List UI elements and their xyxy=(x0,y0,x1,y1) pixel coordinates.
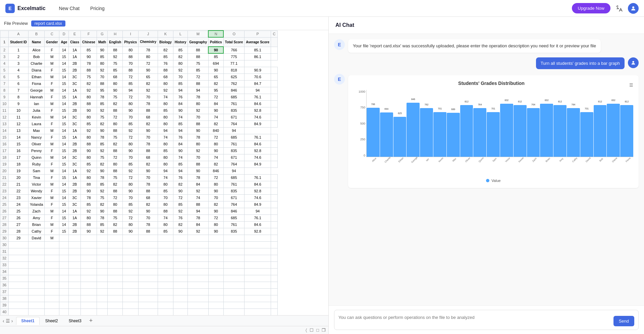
col-header-O: O xyxy=(223,31,245,37)
header-right: Upgrade Now xyxy=(572,3,639,14)
file-preview-label: File Preview xyxy=(4,21,28,26)
chart-bar: 701 xyxy=(487,112,500,157)
chart-bar: 812 xyxy=(594,105,607,157)
upgrade-button[interactable]: Upgrade Now xyxy=(572,3,611,13)
nav-new-chat[interactable]: New Chat xyxy=(56,4,82,12)
app-header: E Excelmatic New Chat Pricing Upgrade No… xyxy=(0,0,644,17)
col-header-E: E xyxy=(69,31,81,37)
user-avatar-small xyxy=(628,57,639,68)
chart-bar: 625 xyxy=(393,117,407,157)
ai-input[interactable] xyxy=(338,315,611,325)
ai-message-2: E Students' Grades Distribution ☰ 1000 xyxy=(334,74,639,188)
col-header-G: G xyxy=(97,31,107,37)
chart-bar: 764 xyxy=(473,108,486,157)
col-header-B: B xyxy=(29,31,45,37)
y-label-0: 0 xyxy=(354,154,365,157)
y-label-500: 500 xyxy=(354,122,365,125)
chart-bar: 694 xyxy=(380,112,393,157)
logo-icon: E xyxy=(5,4,15,13)
chart-bars-area: 7666946258467627016898127647018328127648… xyxy=(366,90,633,157)
chart-bar: 762 xyxy=(420,108,433,157)
legend-dot xyxy=(486,179,489,182)
chart-bar: 812 xyxy=(460,105,473,157)
col-header-F: F xyxy=(80,31,97,37)
chart-bar: 832 xyxy=(540,104,553,157)
col-header-C: C xyxy=(45,31,59,37)
svg-point-1 xyxy=(632,61,634,62)
status-icon-3[interactable]: □ xyxy=(316,328,319,333)
chart-bar: 764 xyxy=(567,108,580,157)
sheet-menu-icon[interactable]: ☰ xyxy=(6,318,10,324)
sheet-tab-3[interactable]: Sheet3 xyxy=(64,317,87,325)
sheet-tab-icons: ‹ ☰ › xyxy=(3,318,13,324)
translate-icon[interactable] xyxy=(614,4,624,13)
chart-wrapper: Students' Grades Distribution ☰ 1000 750… xyxy=(348,74,639,188)
next-sheet-icon[interactable]: › xyxy=(11,318,13,324)
chart-bar: 766 xyxy=(367,108,380,157)
chart-bar: 764 xyxy=(527,108,540,157)
col-header-K: K xyxy=(158,31,173,37)
status-icon-1[interactable]: 〈 xyxy=(306,328,307,333)
col-header-I: I xyxy=(123,31,139,37)
logo-text: Excelmatic xyxy=(17,5,46,11)
sheet-tab-1[interactable]: Sheet1 xyxy=(16,317,39,325)
ai-bubble-1: Your file 'report card.xlsx' was success… xyxy=(348,39,601,53)
ai-input-area: Send xyxy=(329,305,644,334)
legend-label: Value xyxy=(491,179,500,183)
chart-x-labels: AliceCharlieEthanGeorgeIanKevinMaxOliver… xyxy=(366,157,633,169)
chart-bar: 812 xyxy=(620,105,633,157)
ai-input-wrapper: Send xyxy=(334,310,639,330)
svg-point-0 xyxy=(632,6,634,8)
y-label-250: 250 xyxy=(354,138,365,141)
status-icon-2[interactable]: ☐ xyxy=(310,328,314,333)
col-header-A: A xyxy=(9,31,29,37)
file-bar: File Preview report card.xlsx xyxy=(0,17,328,30)
send-button[interactable]: Send xyxy=(613,316,634,326)
status-bar: 〈 ☐ □ ❐ xyxy=(0,326,328,334)
spreadsheet-scroll[interactable]: A B C D E F G H I J K L M xyxy=(0,30,328,315)
chart-container: Students' Grades Distribution ☰ 1000 750… xyxy=(348,75,639,188)
ai-panel: AI Chat E Your file 'report card.xlsx' w… xyxy=(329,17,644,334)
main-layout: File Preview report card.xlsx A B C D E xyxy=(0,17,644,334)
sheet-tabs: ‹ ☰ › Sheet1 Sheet2 Sheet3 + xyxy=(0,315,328,326)
chart-bar: 701 xyxy=(433,112,446,157)
spreadsheet-container: A B C D E F G H I J K L M xyxy=(0,30,328,315)
ai-avatar-2: E xyxy=(334,74,345,85)
col-header-P: P xyxy=(245,31,271,37)
ai-chat-header: AI Chat xyxy=(329,17,644,34)
chart-bar: 846 xyxy=(407,103,420,157)
status-icon-4[interactable]: ❐ xyxy=(322,328,326,333)
chart-menu-icon[interactable]: ☰ xyxy=(629,83,633,88)
ai-avatar-letter-2: E xyxy=(338,77,341,82)
col-header-H: H xyxy=(108,31,123,37)
status-icons: 〈 ☐ □ ❐ xyxy=(306,328,326,333)
chart-bar: 812 xyxy=(514,105,527,157)
app-logo[interactable]: E Excelmatic xyxy=(5,4,46,13)
col-header-C2: C xyxy=(271,31,277,37)
ai-avatar-letter: E xyxy=(338,42,341,47)
sheet-tab-2[interactable]: Sheet2 xyxy=(40,317,63,325)
y-label-750: 750 xyxy=(354,106,365,109)
user-avatar[interactable] xyxy=(628,3,639,14)
prev-sheet-icon[interactable]: ‹ xyxy=(3,318,4,324)
col-header-J: J xyxy=(139,31,158,37)
y-label-1000: 1000 xyxy=(354,90,365,93)
corner-header xyxy=(0,31,9,37)
add-sheet-icon[interactable]: + xyxy=(87,317,95,324)
file-badge: report card.xlsx xyxy=(31,20,65,27)
chart-bar: 832 xyxy=(607,104,620,157)
nav-pricing[interactable]: Pricing xyxy=(88,4,107,12)
col-header-N: N xyxy=(208,31,223,37)
chart-bar: 832 xyxy=(500,104,513,157)
ai-message-1: E Your file 'report card.xlsx' was succe… xyxy=(334,39,639,53)
col-header-M: M xyxy=(188,31,209,37)
chart-title: Students' Grades Distribution xyxy=(458,81,525,86)
chart-bar: 689 xyxy=(447,113,460,157)
chart-legend: Value xyxy=(354,179,633,183)
ai-avatar-1: E xyxy=(334,39,345,50)
col-header-D: D xyxy=(59,31,69,37)
ai-messages[interactable]: E Your file 'report card.xlsx' was succe… xyxy=(329,34,644,305)
col-header-L: L xyxy=(173,31,187,37)
chart-bar: 701 xyxy=(580,112,593,157)
user-message-1: Turn all students' grades into a bar gra… xyxy=(334,57,639,69)
